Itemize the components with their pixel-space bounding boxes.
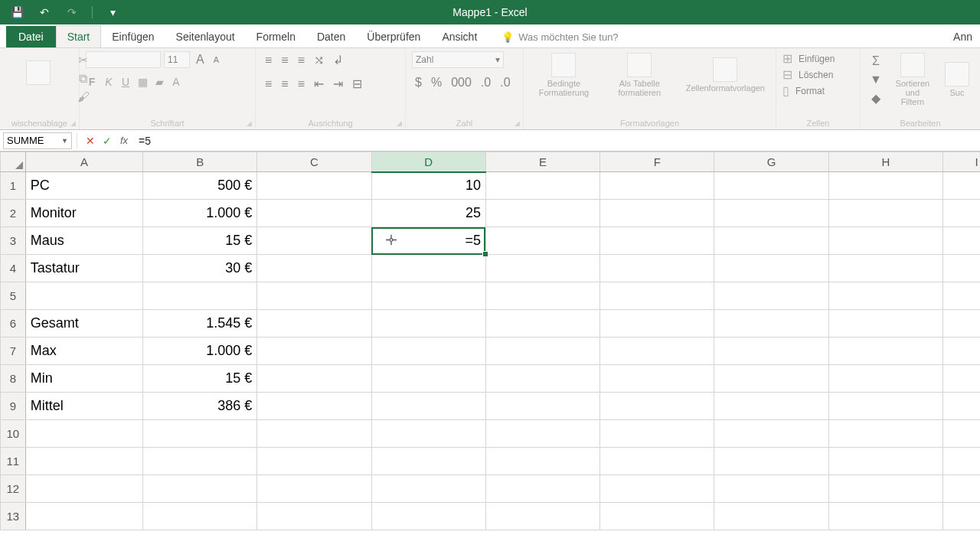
format-painter-button[interactable]: 🖌 — [74, 89, 93, 106]
cell-C12[interactable] — [257, 475, 371, 503]
fill-button[interactable]: ▼ — [867, 71, 885, 88]
cell-C4[interactable] — [257, 255, 371, 282]
merge-center-button[interactable]: ⊟ — [349, 75, 365, 93]
cell-F5[interactable] — [600, 282, 714, 310]
cell-E3[interactable] — [485, 227, 599, 255]
align-left-button[interactable]: ≡ — [262, 76, 275, 93]
cell-F3[interactable] — [600, 227, 714, 255]
cell-G3[interactable] — [714, 227, 828, 255]
font-size-input[interactable] — [164, 51, 190, 68]
cell-B2[interactable]: 1.000 € — [143, 200, 257, 227]
tab-ueberpruefen[interactable]: Überprüfen — [356, 26, 431, 47]
cell-A11[interactable] — [25, 448, 142, 475]
format-as-table-button[interactable]: Als Tabelle formatieren — [606, 51, 674, 99]
decrease-indent-button[interactable]: ⇤ — [311, 75, 327, 93]
cell-A8[interactable]: Min — [25, 365, 142, 393]
cell-B13[interactable] — [143, 503, 257, 530]
row-header-3[interactable]: 3 — [1, 227, 26, 255]
row-header-4[interactable]: 4 — [1, 255, 26, 282]
tab-seitenlayout[interactable]: Seitenlayout — [165, 26, 246, 47]
row-header-10[interactable]: 10 — [1, 420, 26, 448]
align-top-button[interactable]: ≡ — [262, 52, 275, 69]
dialog-launcher-font[interactable]: ◢ — [247, 119, 252, 127]
clear-button[interactable]: ◆ — [867, 90, 885, 107]
cell-H5[interactable] — [828, 282, 942, 310]
dialog-launcher-alignment[interactable]: ◢ — [397, 119, 402, 127]
insert-function-button[interactable]: fx — [116, 132, 132, 149]
accounting-format-button[interactable]: $ — [412, 74, 425, 91]
tab-ansicht[interactable]: Ansicht — [431, 26, 488, 47]
cell-E1[interactable] — [485, 172, 599, 200]
cell-I1[interactable] — [943, 172, 980, 200]
delete-cells-button[interactable]: ⊟Löschen — [782, 67, 854, 82]
cell-G12[interactable] — [714, 475, 828, 503]
cell-A3[interactable]: Maus — [25, 227, 142, 255]
cell-D2[interactable]: 25 — [371, 200, 485, 227]
cell-H4[interactable] — [828, 255, 942, 282]
cell-G10[interactable] — [714, 420, 828, 448]
cell-H13[interactable] — [828, 503, 942, 530]
cell-B9[interactable]: 386 € — [143, 393, 257, 420]
redo-button[interactable]: ↷ — [61, 3, 83, 21]
cell-H2[interactable] — [828, 200, 942, 227]
cell-B8[interactable]: 15 € — [143, 365, 257, 393]
cell-I10[interactable] — [943, 420, 980, 448]
cell-D6[interactable] — [371, 310, 485, 337]
cell-E12[interactable] — [485, 475, 599, 503]
cell-B3[interactable]: 15 € — [143, 227, 257, 255]
cell-A6[interactable]: Gesamt — [25, 310, 142, 337]
cell-E13[interactable] — [485, 503, 599, 530]
cell-B5[interactable] — [143, 282, 257, 310]
borders-button[interactable]: ▦ — [136, 74, 149, 90]
cell-G7[interactable] — [714, 337, 828, 365]
underline-button[interactable]: U — [119, 76, 132, 88]
cell-F11[interactable] — [600, 448, 714, 475]
row-header-2[interactable]: 2 — [1, 200, 26, 227]
cell-B4[interactable]: 30 € — [143, 255, 257, 282]
cell-A7[interactable]: Max — [25, 337, 142, 365]
cell-E8[interactable] — [485, 365, 599, 393]
cell-F12[interactable] — [600, 475, 714, 503]
row-header-5[interactable]: 5 — [1, 282, 26, 310]
fill-color-button[interactable]: ▰ — [153, 74, 165, 90]
cell-F6[interactable] — [600, 310, 714, 337]
cell-A12[interactable] — [25, 475, 142, 503]
cell-A10[interactable] — [25, 420, 142, 448]
qat-customize-button[interactable]: ▾ — [102, 3, 123, 21]
cell-F13[interactable] — [600, 503, 714, 530]
cell-F1[interactable] — [600, 172, 714, 200]
enter-formula-button[interactable]: ✓ — [99, 132, 116, 149]
cell-B7[interactable]: 1.000 € — [143, 337, 257, 365]
account-label[interactable]: Ann — [946, 26, 980, 47]
cell-D9[interactable] — [371, 393, 485, 420]
column-header-B[interactable]: B — [143, 152, 257, 172]
cell-I7[interactable] — [943, 337, 980, 365]
decrease-font-button[interactable]: A — [211, 54, 222, 66]
column-header-G[interactable]: G — [714, 152, 828, 172]
cell-G6[interactable] — [714, 310, 828, 337]
cell-G11[interactable] — [714, 448, 828, 475]
cell-A13[interactable] — [25, 503, 142, 530]
row-header-7[interactable]: 7 — [1, 337, 26, 365]
cell-F4[interactable] — [600, 255, 714, 282]
cell-E6[interactable] — [485, 310, 599, 337]
cell-B6[interactable]: 1.545 € — [143, 310, 257, 337]
format-cells-button[interactable]: ▯Format — [782, 83, 854, 98]
column-header-E[interactable]: E — [485, 152, 599, 172]
sort-filter-button[interactable]: Sortieren und Filtern — [890, 51, 936, 108]
formula-input[interactable] — [132, 135, 980, 147]
cell-styles-button[interactable]: Zellenformatvorlagen — [681, 56, 769, 94]
tab-file[interactable]: Datei — [6, 26, 56, 47]
cell-B12[interactable] — [143, 475, 257, 503]
cell-I8[interactable] — [943, 365, 980, 393]
cell-A1[interactable]: PC — [25, 172, 142, 200]
cell-B1[interactable]: 500 € — [143, 172, 257, 200]
cell-H9[interactable] — [828, 393, 942, 420]
select-all-corner[interactable] — [1, 152, 26, 172]
column-header-I[interactable]: I — [943, 152, 980, 172]
cell-I13[interactable] — [943, 503, 980, 530]
cell-H10[interactable] — [828, 420, 942, 448]
cell-H6[interactable] — [828, 310, 942, 337]
cell-I2[interactable] — [943, 200, 980, 227]
cell-C5[interactable] — [257, 282, 371, 310]
